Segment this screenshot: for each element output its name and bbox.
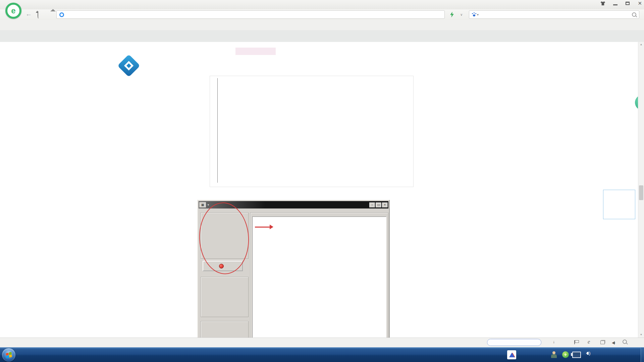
serial-assistant-dialog-image: ▦ ▼ – ▭ ×	[197, 200, 390, 338]
page-viewport: ▦ ▼ – ▭ ×	[0, 42, 644, 338]
feedback-widget[interactable]	[603, 190, 635, 219]
tab-strip	[0, 30, 644, 42]
navigation-toolbar: ← ∨ ▾	[0, 9, 644, 20]
ie-compat-icon[interactable]: e	[588, 339, 590, 345]
site-icon	[59, 12, 64, 17]
speed-mode-dropdown-icon[interactable]: ∨	[460, 13, 463, 16]
browser-window: e ✕ ← ∨ ▾	[0, 0, 644, 362]
jicheng-diamond-logo-icon	[119, 56, 139, 75]
page-scrollbar[interactable]: ▲ ▼	[638, 42, 644, 338]
refresh-button[interactable]	[38, 11, 39, 18]
windows-taskbar: +	[0, 347, 644, 362]
annotation-arrow	[255, 227, 270, 228]
report-flag-icon[interactable]	[574, 340, 575, 344]
scroll-up-icon[interactable]: ▲	[638, 42, 644, 47]
show-desktop-button[interactable]	[641, 348, 644, 362]
scrollbar-thumb[interactable]	[639, 185, 643, 200]
maximize-button[interactable]	[626, 2, 630, 5]
browser-360-logo-icon[interactable]: e	[5, 3, 21, 19]
minimize-button[interactable]	[613, 4, 618, 5]
mute-speaker-icon[interactable]: ◀)	[612, 341, 614, 345]
window-controls: ✕	[600, 1, 642, 6]
security-ball-tray-icon[interactable]: +	[562, 351, 569, 358]
browser-status-bar: ↓ e ◀)	[0, 338, 644, 348]
receive-area	[252, 217, 386, 338]
send-settings-group	[201, 321, 249, 338]
search-box[interactable]: ▾	[469, 10, 639, 19]
dialog-app-icon: ▦	[199, 202, 206, 207]
download-manager[interactable]: ↓	[553, 340, 556, 344]
plc-ladder-diagram-image	[210, 76, 414, 187]
ladder-left-rail	[217, 78, 218, 183]
tray-app-icon[interactable]	[507, 350, 516, 359]
search-engine-dropdown-icon[interactable]: ▾	[477, 13, 479, 16]
highlighted-note	[221, 42, 418, 55]
network-tray-icon[interactable]	[572, 352, 581, 358]
annotation-arrowhead	[270, 225, 276, 229]
volume-tray-icon[interactable]	[584, 352, 589, 355]
start-button[interactable]	[2, 348, 15, 362]
skin-icon[interactable]	[600, 1, 605, 5]
highlighted-note-line	[221, 48, 418, 55]
zoom-lens-icon	[623, 340, 627, 344]
dialog-minimize-icon: –	[369, 202, 375, 207]
dialog-close-icon: ×	[382, 202, 388, 207]
scroll-down-icon[interactable]: ▼	[638, 332, 644, 338]
dialog-menu-caret-icon: ▼	[207, 203, 210, 206]
search-engine-paw-icon[interactable]	[472, 13, 476, 16]
close-button[interactable]: ✕	[638, 1, 642, 6]
dialog-maximize-icon: ▭	[376, 202, 381, 207]
address-bar[interactable]	[56, 10, 445, 19]
receive-settings-group	[201, 277, 249, 317]
highlighted-note-clipped-line	[221, 42, 418, 47]
ime-toolbar[interactable]	[487, 339, 541, 346]
download-icon: ↓	[553, 340, 555, 344]
restore-window-icon[interactable]	[600, 341, 605, 344]
zoom-control[interactable]	[623, 340, 628, 344]
back-button[interactable]: ←	[25, 10, 32, 18]
accelerator-bolt-icon[interactable]	[450, 12, 454, 17]
windows-flag-icon	[6, 352, 12, 358]
bookmarks-bar	[0, 20, 644, 31]
search-icon[interactable]	[632, 12, 636, 17]
title-bar: e ✕	[0, 0, 644, 10]
driver-tool-tray-icon[interactable]	[551, 351, 556, 358]
